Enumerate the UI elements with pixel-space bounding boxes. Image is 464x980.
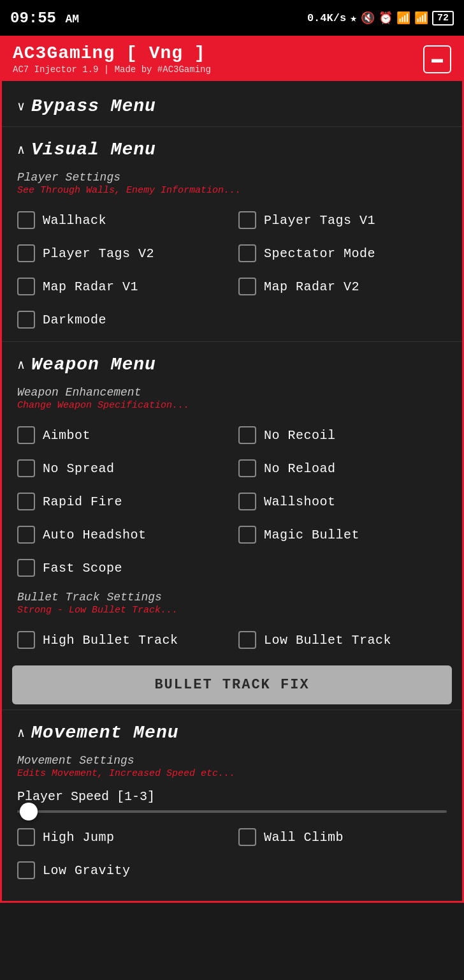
high-bullet-track-checkbox[interactable] (17, 631, 35, 649)
aimbot-item[interactable]: Aimbot (11, 420, 232, 450)
no-recoil-checkbox[interactable] (238, 426, 256, 444)
visual-menu-title: Visual Menu (31, 140, 156, 160)
wallhack-item[interactable]: Wallhack (11, 205, 232, 235)
app-header: AC3Gaming [ Vng ] AC7 Injector 1.9 | Mad… (0, 36, 464, 81)
weapon-menu-header[interactable]: ∧ Weapon Menu (2, 346, 462, 381)
wall-climb-checkbox[interactable] (238, 828, 256, 846)
wallshoot-checkbox[interactable] (238, 493, 256, 510)
battery-icon: 72 (432, 11, 454, 26)
magic-bullet-label: Magic Bullet (264, 528, 359, 542)
spectator-mode-label: Spectator Mode (264, 246, 375, 261)
wallhack-label: Wallhack (43, 213, 106, 228)
bullet-track-fix-button[interactable]: BULLET TRACK FIX (12, 665, 452, 704)
weapon-subsection-desc: Change Weapon Specification... (2, 400, 462, 417)
wall-climb-label: Wall Climb (264, 830, 344, 845)
no-spread-item[interactable]: No Spread (11, 453, 232, 484)
high-bullet-track-item[interactable]: High Bullet Track (11, 625, 232, 655)
status-time: 09:55 AM (10, 10, 79, 27)
bypass-menu-header[interactable]: ∨ Bypass Menu (2, 87, 462, 122)
alarm-icon: ⏰ (379, 11, 393, 25)
auto-headshot-label: Auto Headshot (43, 528, 147, 542)
aimbot-checkbox[interactable] (17, 426, 35, 444)
app-subtitle: AC7 Injector 1.9 | Made by #AC3Gaming (13, 64, 211, 75)
visual-subsection-label: Player Settings (2, 166, 462, 185)
high-jump-label: High Jump (43, 830, 115, 845)
low-gravity-label: Low Gravity (43, 863, 131, 878)
no-reload-checkbox[interactable] (238, 459, 256, 477)
map-radar-v1-label: Map Radar V1 (43, 279, 138, 294)
bluetooth-icon: ★ (350, 11, 357, 25)
darkmode-label: Darkmode (43, 313, 106, 327)
spectator-mode-checkbox[interactable] (238, 244, 256, 262)
wallhack-checkbox[interactable] (17, 211, 35, 229)
movement-arrow-icon: ∧ (17, 725, 25, 741)
magic-bullet-checkbox[interactable] (238, 526, 256, 544)
visual-subsection-desc: See Through Walls, Enemy Information... (2, 185, 462, 202)
visual-checkbox-grid: Wallhack Player Tags V1 Player Tags V2 S… (2, 202, 462, 338)
bullet-track-desc: Strong - Low Bullet Track... (2, 605, 462, 622)
no-spread-label: No Spread (43, 461, 115, 476)
speed-slider-track[interactable] (17, 810, 447, 813)
low-bullet-track-checkbox[interactable] (238, 631, 256, 649)
low-bullet-track-item[interactable]: Low Bullet Track (232, 625, 453, 655)
fast-scope-item[interactable]: Fast Scope (11, 553, 453, 583)
low-gravity-checkbox[interactable] (17, 861, 35, 879)
movement-checkbox-grid: High Jump Wall Climb Low Gravity (2, 819, 462, 888)
fast-scope-checkbox[interactable] (17, 559, 35, 577)
map-radar-v2-checkbox[interactable] (238, 278, 256, 295)
low-bullet-track-label: Low Bullet Track (264, 633, 391, 648)
auto-headshot-checkbox[interactable] (17, 526, 35, 544)
no-recoil-item[interactable]: No Recoil (232, 420, 453, 450)
map-radar-v2-label: Map Radar V2 (264, 279, 359, 294)
wallshoot-item[interactable]: Wallshoot (232, 486, 453, 517)
player-tags-v1-item[interactable]: Player Tags V1 (232, 205, 453, 235)
player-tags-v1-checkbox[interactable] (238, 211, 256, 229)
wall-climb-item[interactable]: Wall Climb (232, 822, 453, 852)
status-bar: 09:55 AM 0.4K/s ★ 🔇 ⏰ 📶 📶 72 (0, 0, 464, 36)
map-radar-v2-item[interactable]: Map Radar V2 (232, 271, 453, 302)
speed-slider-thumb[interactable] (20, 803, 38, 820)
signal-icon: 📶 (396, 11, 410, 25)
bullet-track-label: Bullet Track Settings (2, 586, 462, 605)
player-tags-v2-checkbox[interactable] (17, 244, 35, 262)
player-speed-label: Player Speed [1-3] (17, 789, 447, 804)
player-tags-v2-item[interactable]: Player Tags V2 (11, 238, 232, 269)
network-speed: 0.4K/s (307, 12, 346, 24)
app-title: AC3Gaming [ Vng ] (13, 43, 211, 63)
wifi-icon: 📶 (414, 11, 428, 25)
weapon-menu-title: Weapon Menu (31, 355, 156, 375)
spectator-mode-item[interactable]: Spectator Mode (232, 238, 453, 269)
wallshoot-label: Wallshoot (264, 494, 336, 509)
minimize-button[interactable] (423, 45, 451, 73)
movement-menu-header[interactable]: ∧ Movement Menu (2, 714, 462, 749)
main-content: ∨ Bypass Menu ∧ Visual Menu Player Setti… (0, 81, 464, 903)
auto-headshot-item[interactable]: Auto Headshot (11, 519, 232, 550)
aimbot-label: Aimbot (43, 428, 91, 443)
magic-bullet-item[interactable]: Magic Bullet (232, 519, 453, 550)
movement-subsection-label: Movement Settings (2, 749, 462, 768)
app-header-info: AC3Gaming [ Vng ] AC7 Injector 1.9 | Mad… (13, 43, 211, 75)
no-reload-item[interactable]: No Reload (232, 453, 453, 484)
bypass-arrow-icon: ∨ (17, 98, 25, 114)
weapon-arrow-icon: ∧ (17, 357, 25, 373)
divider-2 (2, 341, 462, 342)
status-icons: 0.4K/s ★ 🔇 ⏰ 📶 📶 72 (307, 11, 454, 26)
visual-arrow-icon: ∧ (17, 142, 25, 158)
map-radar-v1-item[interactable]: Map Radar V1 (11, 271, 232, 302)
player-tags-v1-label: Player Tags V1 (264, 213, 375, 228)
darkmode-checkbox[interactable] (17, 311, 35, 329)
bypass-menu-title: Bypass Menu (31, 96, 156, 116)
no-spread-checkbox[interactable] (17, 459, 35, 477)
weapon-subsection-label: Weapon Enhancement (2, 381, 462, 400)
no-recoil-label: No Recoil (264, 428, 336, 443)
darkmode-item[interactable]: Darkmode (11, 304, 453, 335)
rapid-fire-checkbox[interactable] (17, 493, 35, 510)
high-jump-item[interactable]: High Jump (11, 822, 232, 852)
movement-subsection-desc: Edits Movement, Increased Speed etc... (2, 768, 462, 785)
low-gravity-item[interactable]: Low Gravity (11, 855, 453, 886)
map-radar-v1-checkbox[interactable] (17, 278, 35, 295)
high-jump-checkbox[interactable] (17, 828, 35, 846)
rapid-fire-item[interactable]: Rapid Fire (11, 486, 232, 517)
player-tags-v2-label: Player Tags V2 (43, 246, 154, 261)
visual-menu-header[interactable]: ∧ Visual Menu (2, 131, 462, 166)
